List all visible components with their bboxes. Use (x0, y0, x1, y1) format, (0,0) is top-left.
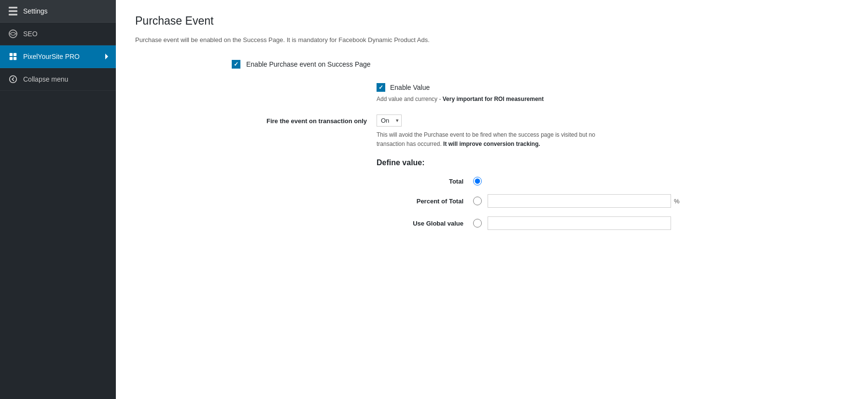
fire-event-select-wrapper: On Off (377, 114, 402, 127)
sidebar-item-seo[interactable]: SEO (0, 23, 116, 45)
enable-value-section: ✓ Enable Value Add value and currency - … (135, 83, 849, 102)
checkmark-icon: ✓ (234, 61, 238, 68)
sidebar-active-arrow (105, 54, 108, 59)
percent-sign: % (674, 198, 680, 205)
enable-value-checkmark-icon: ✓ (378, 84, 383, 91)
sidebar-item-settings[interactable]: Settings (0, 0, 116, 23)
svg-rect-1 (9, 10, 17, 12)
sidebar-item-pixelyoursite[interactable]: PixelYourSite PRO (0, 45, 116, 68)
radio-row-global: Use Global value (377, 216, 849, 230)
fire-event-row: Fire the event on transaction only On Of… (135, 114, 849, 149)
sidebar: Settings SEO PixelYourSite PRO (0, 0, 116, 399)
svg-rect-4 (10, 53, 13, 56)
radio-global-input[interactable] (473, 219, 482, 228)
radio-row-percent: Percent of Total % (377, 194, 849, 208)
svg-point-8 (10, 76, 16, 83)
fire-event-help-bold: It will improve conversion tracking. (443, 141, 540, 147)
svg-rect-6 (10, 57, 13, 60)
define-value-title: Define value: (377, 158, 849, 167)
enable-value-row: ✓ Enable Value (377, 83, 849, 92)
enable-value-description: Add value and currency - Very important … (377, 96, 849, 102)
enable-value-checkbox[interactable]: ✓ (377, 83, 385, 92)
sidebar-item-collapse[interactable]: Collapse menu (0, 68, 116, 91)
radio-percent-input[interactable] (473, 197, 482, 205)
pixel-icon (8, 51, 18, 62)
fire-event-control: On Off This will avoid the Purchase even… (377, 114, 849, 149)
main-content: Purchase Event Purchase event will be en… (116, 0, 868, 399)
fire-event-label: Fire the event on transaction only (212, 114, 377, 125)
fire-event-select[interactable]: On Off (377, 114, 402, 127)
fire-event-help: This will avoid the Purchase event to be… (377, 130, 618, 149)
sidebar-item-seo-label: SEO (23, 30, 38, 38)
define-value-section: Define value: Total Percent of Total % U… (135, 158, 849, 230)
global-text-input[interactable] (488, 216, 671, 230)
radio-global-label: Use Global value (377, 220, 473, 227)
enable-value-label[interactable]: Enable Value (390, 84, 430, 91)
svg-rect-5 (14, 53, 16, 56)
sidebar-item-settings-label: Settings (23, 7, 48, 15)
radio-percent-label: Percent of Total (377, 198, 473, 205)
svg-rect-2 (9, 14, 17, 15)
svg-rect-7 (14, 57, 16, 60)
seo-icon (8, 28, 18, 39)
svg-rect-0 (9, 7, 17, 9)
enable-purchase-row: ✓ Enable Purchase event on Success Page (135, 60, 849, 69)
enable-purchase-label[interactable]: Enable Purchase event on Success Page (246, 60, 371, 68)
collapse-icon (8, 74, 18, 85)
page-description: Purchase event will be enabled on the Su… (135, 35, 849, 45)
enable-value-desc-bold: Very important for ROI measurement (443, 96, 544, 102)
radio-row-total: Total (377, 177, 849, 185)
radio-total-label: Total (377, 178, 473, 185)
percent-text-input[interactable] (488, 194, 671, 208)
radio-total-input[interactable] (473, 177, 482, 185)
settings-icon (8, 6, 18, 16)
enable-purchase-checkbox[interactable]: ✓ (232, 60, 240, 69)
page-title: Purchase Event (135, 14, 849, 28)
sidebar-item-collapse-label: Collapse menu (23, 75, 68, 83)
sidebar-item-pixelyoursite-label: PixelYourSite PRO (23, 53, 80, 60)
enable-value-desc-normal: Add value and currency - (377, 96, 443, 102)
